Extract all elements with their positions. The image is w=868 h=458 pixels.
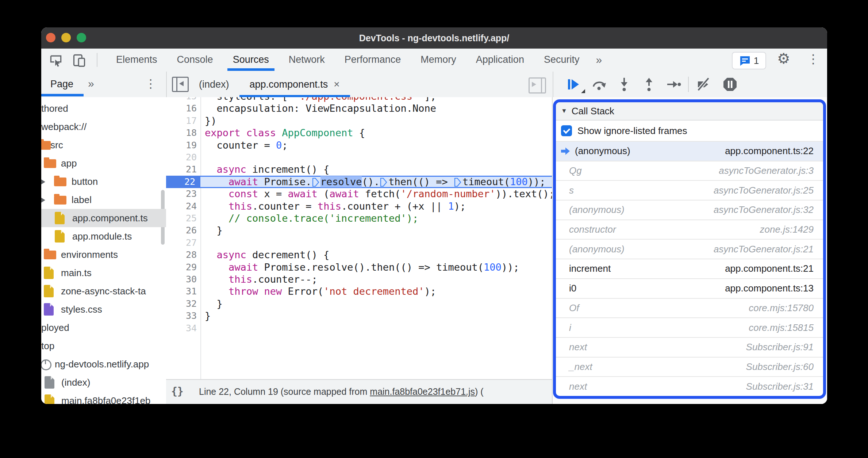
- line-number[interactable]: 30: [166, 273, 197, 286]
- frame-location[interactable]: app.component.ts:21: [725, 263, 814, 274]
- line-number[interactable]: 34: [166, 322, 197, 335]
- resume-dropdown-icon[interactable]: [581, 89, 585, 93]
- frame-location[interactable]: app.component.ts:22: [725, 145, 814, 157]
- navigator-more-tabs-icon[interactable]: »: [88, 72, 94, 96]
- settings-gear-icon[interactable]: ⚙: [777, 50, 790, 67]
- stack-frame[interactable]: constructorzone.js:1429: [556, 220, 823, 240]
- frame-location[interactable]: asyncToGenerator.js:3: [719, 165, 814, 176]
- tree-item-thored[interactable]: thored: [41, 99, 166, 118]
- pause-on-exceptions-icon[interactable]: [722, 76, 738, 92]
- close-tab-icon[interactable]: ×: [334, 79, 339, 90]
- disclosure-arrow-icon[interactable]: [41, 179, 45, 185]
- line-number[interactable]: 20: [166, 151, 197, 164]
- tree-item-index[interactable]: (index): [41, 373, 166, 392]
- navigator-menu-icon[interactable]: ⋮: [145, 72, 157, 96]
- tab-application[interactable]: Application: [466, 49, 534, 71]
- tab-sources[interactable]: Sources: [223, 49, 279, 71]
- line-number[interactable]: 16: [166, 102, 197, 115]
- async-step-marker-icon[interactable]: [380, 178, 387, 189]
- tab-page[interactable]: Page: [50, 72, 73, 96]
- frame-location[interactable]: app.component.ts:13: [725, 283, 814, 294]
- step-over-icon[interactable]: [591, 76, 607, 92]
- stack-frame[interactable]: QgasyncToGenerator.js:3: [556, 161, 823, 181]
- step-into-icon[interactable]: [616, 76, 632, 92]
- frame-location[interactable]: asyncToGenerator.js:21: [714, 244, 814, 255]
- disclosure-arrow-icon[interactable]: [41, 197, 45, 203]
- tree-item-environments[interactable]: environments: [41, 245, 166, 264]
- tree-item-label[interactable]: label: [41, 191, 166, 209]
- tree-item-ngdevtools.netlify.app[interactable]: ng-devtools.netlify.app: [41, 355, 166, 373]
- line-number[interactable]: 33: [166, 310, 197, 322]
- more-options-icon[interactable]: ⋮: [807, 51, 819, 66]
- stack-frame[interactable]: i0app.component.ts:13: [556, 279, 823, 299]
- stack-frame[interactable]: nextSubscriber.js:31: [556, 377, 823, 396]
- pretty-print-icon[interactable]: {}: [171, 380, 184, 403]
- inspect-element-icon[interactable]: [49, 53, 63, 68]
- tab-security[interactable]: Security: [534, 49, 589, 71]
- tree-item-main.fa8bfa0e23f1eb[interactable]: main.fa8bfa0e23f1eb: [41, 392, 166, 404]
- line-number[interactable]: 29: [166, 261, 197, 274]
- tree-item-button[interactable]: button: [41, 172, 166, 191]
- frame-location[interactable]: zone.js:1429: [760, 224, 814, 235]
- stack-frame[interactable]: nextSubscriber.js:91: [556, 338, 823, 358]
- stack-frame[interactable]: (anonymous)asyncToGenerator.js:32: [556, 201, 823, 220]
- resume-script-icon[interactable]: [565, 76, 581, 92]
- deactivate-breakpoints-icon[interactable]: [696, 76, 712, 92]
- source-map-link[interactable]: main.fa8bfa0e23f1eb71.js: [370, 386, 475, 397]
- tab-elements[interactable]: Elements: [106, 49, 167, 71]
- stack-frame[interactable]: icore.mjs:15815: [556, 318, 823, 338]
- tree-item-app.component.ts[interactable]: app.component.ts: [41, 209, 166, 227]
- call-stack-header[interactable]: ▼ Call Stack: [556, 102, 823, 121]
- tree-item-app[interactable]: app: [41, 154, 166, 172]
- tab-console[interactable]: Console: [167, 49, 223, 71]
- line-number[interactable]: 23: [166, 188, 197, 200]
- tab-memory[interactable]: Memory: [411, 49, 466, 71]
- async-step-marker-icon[interactable]: [454, 178, 461, 189]
- line-number[interactable]: 21: [166, 163, 197, 176]
- issues-button[interactable]: 1: [732, 52, 766, 69]
- stack-frame[interactable]: incrementapp.component.ts:21: [556, 259, 823, 279]
- tab-performance[interactable]: Performance: [335, 49, 411, 71]
- line-number[interactable]: 32: [166, 298, 197, 310]
- line-number[interactable]: 17: [166, 115, 197, 127]
- tree-item-zoneasyncstackta[interactable]: zone-async-stack-ta: [41, 282, 166, 300]
- line-number[interactable]: 24: [166, 200, 197, 213]
- line-number[interactable]: 28: [166, 249, 197, 261]
- frame-location[interactable]: asyncToGenerator.js:25: [714, 185, 814, 196]
- line-number[interactable]: 27: [166, 237, 197, 249]
- code-editor[interactable]: 15 styleUrls: [ './app.component.css' ],…: [166, 97, 553, 380]
- tree-item-src[interactable]: src: [41, 136, 166, 154]
- device-toolbar-icon[interactable]: [72, 53, 87, 68]
- toggle-debugger-panel-icon[interactable]: [529, 77, 546, 93]
- stack-frame[interactable]: sasyncToGenerator.js:25: [556, 181, 823, 201]
- editor-tab-index[interactable]: (index): [189, 72, 239, 97]
- frame-location[interactable]: core.mjs:15780: [749, 302, 814, 314]
- tab-network[interactable]: Network: [279, 49, 335, 71]
- line-number[interactable]: 25: [166, 212, 197, 225]
- tree-item-top[interactable]: top: [41, 337, 166, 355]
- line-number[interactable]: 26: [166, 224, 197, 237]
- tree-item-webpack[interactable]: webpack://: [41, 118, 166, 136]
- tree-item-app.module.ts[interactable]: app.module.ts: [41, 227, 166, 245]
- frame-location[interactable]: core.mjs:15815: [749, 322, 814, 333]
- line-number[interactable]: 15: [166, 97, 197, 103]
- editor-tab-app.component.ts[interactable]: app.component.ts×: [239, 72, 350, 97]
- frame-location[interactable]: Subscriber.js:31: [746, 381, 814, 392]
- async-step-marker-icon[interactable]: [312, 178, 319, 189]
- line-number[interactable]: 19: [166, 139, 197, 152]
- step-out-icon[interactable]: [641, 76, 657, 92]
- line-number[interactable]: 18: [166, 127, 197, 139]
- frame-location[interactable]: asyncToGenerator.js:32: [714, 204, 814, 215]
- step-icon[interactable]: [666, 76, 682, 92]
- stack-frame[interactable]: Ofcore.mjs:15780: [556, 299, 823, 318]
- tree-item-ployed[interactable]: ployed: [41, 318, 166, 337]
- stack-frame[interactable]: _nextSubscriber.js:60: [556, 358, 823, 377]
- frame-location[interactable]: Subscriber.js:91: [746, 341, 814, 353]
- frame-location[interactable]: Subscriber.js:60: [746, 361, 814, 373]
- stack-frame[interactable]: (anonymous)asyncToGenerator.js:21: [556, 240, 823, 259]
- tree-item-styles.css[interactable]: styles.css: [41, 300, 166, 318]
- stack-frame[interactable]: (anonymous)app.component.ts:22: [556, 142, 823, 161]
- collapse-sidebar-icon[interactable]: [172, 77, 189, 92]
- line-number[interactable]: 31: [166, 285, 197, 298]
- tree-item-main.ts[interactable]: main.ts: [41, 264, 166, 282]
